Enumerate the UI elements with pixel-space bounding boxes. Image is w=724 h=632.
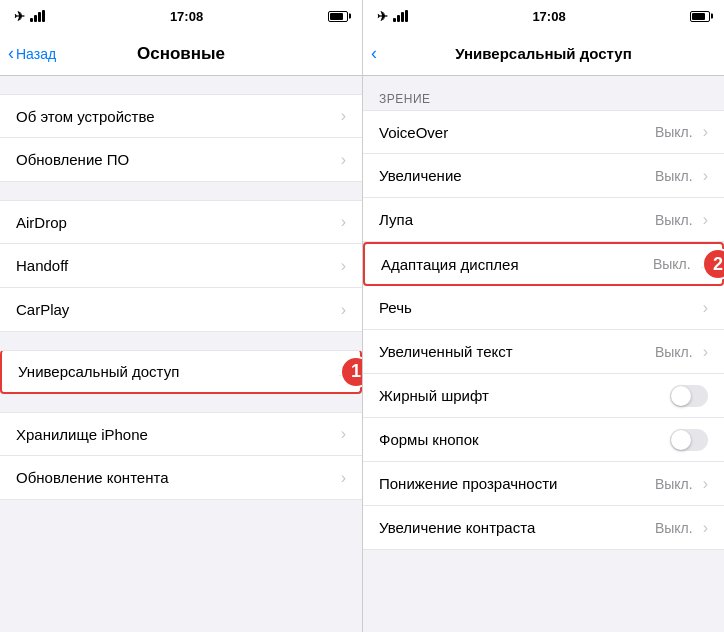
right-status-time: 17:08 <box>532 9 565 24</box>
cell-label: Увеличенный текст <box>379 343 655 360</box>
cell-value: Выкл. <box>655 124 693 140</box>
button-shapes-toggle[interactable] <box>670 429 708 451</box>
right-status-bar: ✈ 17:08 <box>363 0 724 32</box>
cell-value: Выкл. <box>655 212 693 228</box>
bold-toggle[interactable] <box>670 385 708 407</box>
cell-label: Жирный шрифт <box>379 387 670 404</box>
list-item[interactable]: Понижение прозрачности Выкл. › <box>363 462 724 506</box>
list-item[interactable]: Речь › <box>363 286 724 330</box>
left-section-2: AirDrop › Handoff › CarPlay › <box>0 200 362 332</box>
cell-label: Лупа <box>379 211 655 228</box>
left-back-label: Назад <box>16 46 56 62</box>
cell-value: Выкл. <box>655 344 693 360</box>
chevron-right-icon: › <box>703 123 708 141</box>
chevron-right-icon: › <box>341 107 346 125</box>
left-section-4: Хранилище iPhone › Обновление контента › <box>0 412 362 500</box>
cell-label: Увеличение контраста <box>379 519 655 536</box>
cell-label: Адаптация дисплея <box>381 256 653 273</box>
chevron-right-icon: › <box>341 301 346 319</box>
list-item[interactable]: Лупа Выкл. › <box>363 198 724 242</box>
cell-label: Handoff <box>16 257 337 274</box>
airplane-icon: ✈ <box>377 9 388 24</box>
chevron-right-icon: › <box>341 257 346 275</box>
cell-label: Универсальный доступ <box>18 363 335 380</box>
left-status-left: ✈ <box>14 9 45 24</box>
list-item[interactable]: Обновление ПО › <box>0 138 362 182</box>
cell-label: Речь <box>379 299 699 316</box>
battery-icon <box>690 11 710 22</box>
right-content: ЗРЕНИЕ VoiceOver Выкл. › Увеличение Выкл… <box>363 76 724 632</box>
list-item[interactable]: VoiceOver Выкл. › <box>363 110 724 154</box>
chevron-right-icon: › <box>703 475 708 493</box>
list-item[interactable]: Об этом устройстве › <box>0 94 362 138</box>
chevron-right-icon: › <box>703 167 708 185</box>
cell-label: AirDrop <box>16 214 337 231</box>
cell-label: Формы кнопок <box>379 431 670 448</box>
cell-value: Выкл. <box>655 476 693 492</box>
cell-label: Об этом устройстве <box>16 108 337 125</box>
chevron-left-icon: ‹ <box>8 43 14 64</box>
right-phone-panel: ✈ 17:08 ‹ Универсальный доступ ЗРЕНИЕ <box>362 0 724 632</box>
list-item[interactable]: Увеличенный текст Выкл. › <box>363 330 724 374</box>
left-section-3: Универсальный доступ › 1 <box>0 350 362 394</box>
chevron-right-icon: › <box>341 425 346 443</box>
badge-1: 1 <box>340 356 362 388</box>
left-section-1: Об этом устройстве › Обновление ПО › <box>0 94 362 182</box>
list-item[interactable]: Хранилище iPhone › <box>0 412 362 456</box>
list-item[interactable]: Handoff › <box>0 244 362 288</box>
battery-icon <box>328 11 348 22</box>
chevron-left-icon: ‹ <box>371 43 377 64</box>
left-back-button[interactable]: ‹ Назад <box>8 43 56 64</box>
cell-value: Выкл. <box>653 256 691 272</box>
left-status-time: 17:08 <box>170 9 203 24</box>
chevron-right-icon: › <box>703 211 708 229</box>
cell-label: CarPlay <box>16 301 337 318</box>
list-item[interactable]: Жирный шрифт <box>363 374 724 418</box>
right-status-left: ✈ <box>377 9 408 24</box>
cell-value: Выкл. <box>655 520 693 536</box>
airplane-icon: ✈ <box>14 9 25 24</box>
chevron-right-icon: › <box>341 213 346 231</box>
right-nav-title: Универсальный доступ <box>455 45 631 62</box>
right-status-right <box>690 11 710 22</box>
chevron-right-icon: › <box>703 299 708 317</box>
left-nav-title: Основные <box>137 44 225 64</box>
list-item[interactable]: Обновление контента › <box>0 456 362 500</box>
badge-2: 2 <box>702 248 724 280</box>
right-back-button[interactable]: ‹ <box>371 43 379 64</box>
wifi-icon <box>393 10 408 22</box>
list-item[interactable]: Увеличение Выкл. › <box>363 154 724 198</box>
chevron-right-icon: › <box>341 469 346 487</box>
display-adapt-cell[interactable]: Адаптация дисплея Выкл. › 2 <box>363 242 724 286</box>
universalaccess-cell[interactable]: Универсальный доступ › 1 <box>0 350 362 394</box>
cell-label: VoiceOver <box>379 124 655 141</box>
left-nav-bar: ‹ Назад Основные <box>0 32 362 76</box>
chevron-right-icon: › <box>703 343 708 361</box>
list-item[interactable]: Формы кнопок <box>363 418 724 462</box>
list-item[interactable]: Увеличение контраста Выкл. › <box>363 506 724 550</box>
left-content: Об этом устройстве › Обновление ПО › Air… <box>0 76 362 632</box>
cell-label: Хранилище iPhone <box>16 426 337 443</box>
list-item[interactable]: CarPlay › <box>0 288 362 332</box>
left-status-right <box>328 11 348 22</box>
right-nav-bar: ‹ Универсальный доступ <box>363 32 724 76</box>
cell-label: Понижение прозрачности <box>379 475 655 492</box>
left-phone-panel: ✈ 17:08 ‹ Назад Основные Об этом <box>0 0 362 632</box>
wifi-icon <box>30 10 45 22</box>
left-status-bar: ✈ 17:08 <box>0 0 362 32</box>
cell-value: Выкл. <box>655 168 693 184</box>
cell-label: Обновление контента <box>16 469 337 486</box>
chevron-right-icon: › <box>703 519 708 537</box>
cell-label: Обновление ПО <box>16 151 337 168</box>
list-item[interactable]: AirDrop › <box>0 200 362 244</box>
cell-label: Увеличение <box>379 167 655 184</box>
chevron-right-icon: › <box>341 151 346 169</box>
section-header-vision: ЗРЕНИЕ <box>363 86 724 110</box>
right-section-vision: VoiceOver Выкл. › Увеличение Выкл. › Луп… <box>363 110 724 550</box>
